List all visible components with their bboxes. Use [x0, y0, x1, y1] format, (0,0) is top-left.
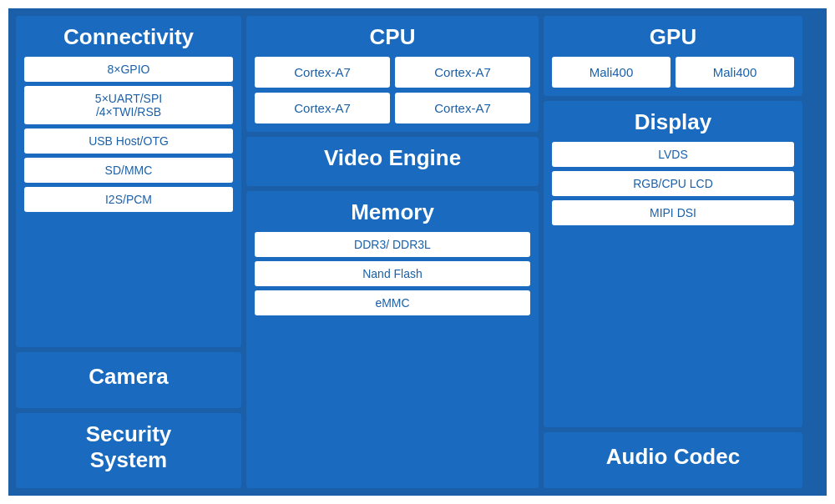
- display-item-0: LVDS: [552, 142, 794, 167]
- cpu-title: CPU: [370, 24, 416, 50]
- camera-title: Camera: [89, 364, 168, 390]
- col-right: GPU Mali400 Mali400 Display LVDS RGB/CPU…: [544, 16, 802, 488]
- cpu-core-2: Cortex-A7: [255, 93, 390, 123]
- cpu-block: CPU Cortex-A7 Cortex-A7 Cortex-A7 Cortex…: [246, 16, 539, 132]
- gpu-title: GPU: [650, 24, 696, 50]
- diagram: Connectivity 8×GPIO 5×UART/SPI /4×TWI/RS…: [8, 8, 827, 496]
- display-item-2: MIPI DSI: [552, 200, 794, 225]
- audio-title: Audio Codec: [606, 444, 740, 470]
- memory-item-1: Nand Flash: [255, 261, 530, 286]
- camera-block: Camera: [16, 352, 241, 408]
- video-engine-title: Video Engine: [324, 145, 461, 171]
- memory-item-0: DDR3/ DDR3L: [255, 232, 530, 257]
- display-item-1: RGB/CPU LCD: [552, 171, 794, 196]
- connectivity-item-4: I2S/PCM: [24, 187, 233, 212]
- connectivity-block: Connectivity 8×GPIO 5×UART/SPI /4×TWI/RS…: [16, 16, 241, 347]
- cpu-core-0: Cortex-A7: [255, 57, 390, 88]
- display-title: Display: [635, 109, 712, 135]
- connectivity-item-2: USB Host/OTG: [24, 129, 233, 154]
- gpu-item-0: Mali400: [552, 57, 671, 88]
- gpu-block: GPU Mali400 Mali400: [544, 16, 802, 96]
- col-left: Connectivity 8×GPIO 5×UART/SPI /4×TWI/RS…: [16, 16, 241, 488]
- security-block: Security System: [16, 413, 241, 488]
- memory-item-2: eMMC: [255, 290, 530, 315]
- gpu-item-1: Mali400: [676, 57, 794, 88]
- connectivity-title: Connectivity: [63, 24, 194, 50]
- video-engine-block: Video Engine: [246, 137, 539, 186]
- display-block: Display LVDS RGB/CPU LCD MIPI DSI: [544, 101, 802, 427]
- cpu-core-3: Cortex-A7: [395, 93, 530, 123]
- connectivity-item-0: 8×GPIO: [24, 57, 233, 82]
- col-mid: CPU Cortex-A7 Cortex-A7 Cortex-A7 Cortex…: [246, 16, 539, 488]
- security-title: Security System: [86, 421, 172, 473]
- memory-title: Memory: [351, 199, 434, 225]
- cpu-grid: Cortex-A7 Cortex-A7 Cortex-A7 Cortex-A7: [255, 57, 530, 123]
- gpu-grid: Mali400 Mali400: [552, 57, 794, 88]
- connectivity-item-1: 5×UART/SPI /4×TWI/RSB: [24, 86, 233, 124]
- memory-block: Memory DDR3/ DDR3L Nand Flash eMMC: [246, 191, 539, 488]
- connectivity-item-3: SD/MMC: [24, 158, 233, 183]
- cpu-core-1: Cortex-A7: [395, 57, 530, 88]
- audio-block: Audio Codec: [544, 432, 802, 488]
